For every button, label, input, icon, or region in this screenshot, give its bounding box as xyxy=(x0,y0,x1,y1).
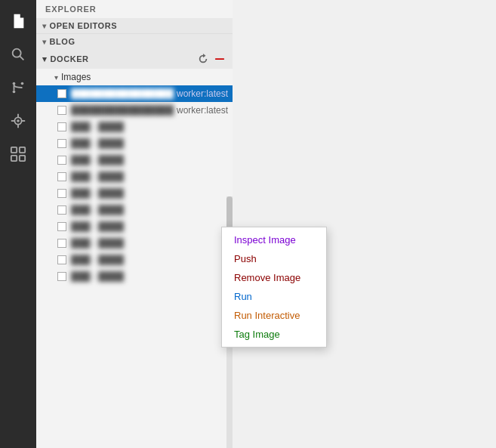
list-item[interactable]: ███ - ████ xyxy=(36,235,233,252)
push-label: Push xyxy=(234,253,257,264)
docker-list-item-second[interactable]: ████████████████ worker:latest xyxy=(36,102,233,119)
item-checkbox-second[interactable] xyxy=(57,106,66,115)
activity-bar xyxy=(0,0,36,448)
source-control-icon[interactable] xyxy=(3,73,33,103)
docker-header-icons xyxy=(196,52,226,66)
docker-remove-button[interactable] xyxy=(213,52,226,66)
item-checkbox[interactable] xyxy=(57,222,66,231)
item-checkbox[interactable] xyxy=(57,272,66,281)
item-label: ███ - ████ xyxy=(71,138,124,149)
list-item[interactable]: ███ - ████ xyxy=(36,218,233,235)
images-label: Images xyxy=(61,72,91,82)
item-checkbox-selected[interactable] xyxy=(57,89,66,98)
item-checkbox[interactable] xyxy=(57,156,66,165)
svg-line-3 xyxy=(20,56,23,60)
remove-image-label: Remove Image xyxy=(234,272,300,283)
item-label: ███ - ████ xyxy=(71,171,124,182)
svg-point-4 xyxy=(13,91,16,94)
docker-section-chevron: ▾ xyxy=(42,54,48,64)
blog-section: ▾ BLOG xyxy=(36,34,233,49)
list-item[interactable]: ███ - ████ xyxy=(36,168,233,185)
svg-point-5 xyxy=(13,82,16,85)
item-label: ███ - ████ xyxy=(71,255,124,265)
list-item[interactable]: ███ - ████ xyxy=(36,268,233,285)
item-label: ███ - ████ xyxy=(71,238,124,249)
svg-rect-1 xyxy=(15,23,19,24)
search-icon[interactable] xyxy=(3,39,33,70)
list-item[interactable]: ███ - ████ xyxy=(36,119,233,135)
item-checkbox[interactable] xyxy=(57,255,66,264)
item-label: ███ - ████ xyxy=(71,271,124,282)
extensions-icon[interactable] xyxy=(3,139,33,169)
run-label: Run xyxy=(234,291,252,302)
svg-rect-0 xyxy=(15,21,20,22)
list-item[interactable]: ███ - ████ xyxy=(36,152,233,168)
context-menu: Inspect Image Push Remove Image Run Run … xyxy=(221,227,327,348)
item-sublabel-selected: worker:latest xyxy=(177,88,228,99)
item-label: ███ - ████ xyxy=(71,188,124,199)
svg-rect-17 xyxy=(20,156,25,161)
list-item[interactable]: ███ - ████ xyxy=(36,252,233,268)
context-menu-push[interactable]: Push xyxy=(222,249,326,268)
item-label: ███ - ████ xyxy=(71,205,124,215)
explorer-header: EXPLORER xyxy=(36,0,233,18)
open-editors-label: OPEN EDITORS xyxy=(50,21,118,30)
explorer-label: EXPLORER xyxy=(45,5,97,14)
docker-header-left: ▾ DOCKER xyxy=(42,54,89,64)
open-editors-section: ▾ OPEN EDITORS xyxy=(36,18,233,34)
context-menu-inspect[interactable]: Inspect Image xyxy=(222,230,326,249)
docker-header: ▾ DOCKER xyxy=(36,49,233,69)
context-menu-run[interactable]: Run xyxy=(222,287,326,306)
docker-list-item-selected[interactable]: ████████████████ worker:latest xyxy=(36,85,233,102)
item-checkbox[interactable] xyxy=(57,139,66,148)
tag-image-label: Tag Image xyxy=(234,329,280,340)
open-editors-header[interactable]: ▾ OPEN EDITORS xyxy=(36,18,233,33)
main-content xyxy=(233,0,496,448)
blog-chevron: ▾ xyxy=(42,38,47,46)
item-label: ███ - ████ xyxy=(71,122,124,132)
files-icon[interactable] xyxy=(3,6,33,36)
svg-rect-14 xyxy=(11,147,17,153)
svg-rect-18 xyxy=(215,58,224,60)
svg-point-6 xyxy=(21,82,24,85)
item-checkbox[interactable] xyxy=(57,189,66,198)
context-menu-run-interactive[interactable]: Run Interactive xyxy=(222,306,326,325)
debug-icon[interactable] xyxy=(3,106,33,136)
run-interactive-label: Run Interactive xyxy=(234,310,300,321)
docker-section: ▾ DOCKER ▾ Images xyxy=(36,49,233,448)
item-checkbox[interactable] xyxy=(57,172,66,181)
svg-point-9 xyxy=(17,119,20,122)
item-label-selected: ████████████████ xyxy=(71,88,174,99)
blog-label: BLOG xyxy=(50,37,75,46)
open-editors-chevron: ▾ xyxy=(42,22,47,30)
context-menu-tag-image[interactable]: Tag Image xyxy=(222,325,326,344)
svg-rect-15 xyxy=(20,147,25,153)
context-menu-remove-image[interactable]: Remove Image xyxy=(222,268,326,287)
item-label-second: ████████████████ xyxy=(71,105,174,116)
docker-refresh-button[interactable] xyxy=(196,52,210,66)
item-checkbox[interactable] xyxy=(57,239,66,248)
images-chevron: ▾ xyxy=(54,73,58,82)
list-item[interactable]: ███ - ████ xyxy=(36,185,233,202)
item-label: ███ - ████ xyxy=(71,221,124,232)
item-label: ███ - ████ xyxy=(71,155,124,165)
blog-header[interactable]: ▾ BLOG xyxy=(36,34,233,49)
inspect-image-label: Inspect Image xyxy=(234,234,296,246)
images-tree-item[interactable]: ▾ Images xyxy=(36,69,233,85)
svg-point-2 xyxy=(13,49,21,57)
svg-rect-16 xyxy=(11,156,17,161)
list-item[interactable]: ███ - ████ xyxy=(36,202,233,218)
sidebar: EXPLORER ▾ OPEN EDITORS ▾ BLOG ▾ DOCKER xyxy=(36,0,233,448)
docker-label: DOCKER xyxy=(51,54,89,63)
item-sublabel-second: worker:latest xyxy=(177,105,228,116)
list-item[interactable]: ███ - ████ xyxy=(36,135,233,152)
item-checkbox[interactable] xyxy=(57,205,66,215)
item-checkbox[interactable] xyxy=(57,122,66,131)
